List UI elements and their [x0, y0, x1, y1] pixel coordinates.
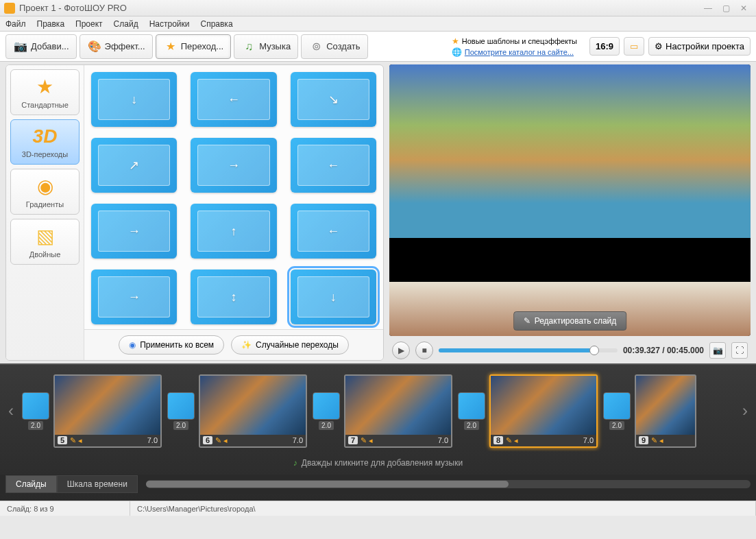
apply-all-button[interactable]: ◉ Применить ко всем	[119, 335, 224, 355]
arrow-icon: ↓	[330, 290, 337, 304]
slide-thumbnail	[200, 376, 306, 435]
slide-edit-icons[interactable]: ✎ ◂	[70, 436, 82, 445]
transition-thumb[interactable]: ←	[291, 204, 376, 259]
slide-thumbnail	[55, 376, 160, 435]
music-track[interactable]: ♪ Дважды кликните для добавления музыки	[0, 451, 756, 475]
transition-thumb[interactable]: ↑	[191, 204, 276, 259]
slide-edit-icons[interactable]: ✎ ◂	[506, 436, 518, 445]
timeline-next-button[interactable]: ›	[740, 401, 751, 420]
transition-thumb[interactable]: →	[91, 270, 177, 324]
slide-duration: 7.0	[293, 436, 303, 444]
background-button[interactable]: ▭	[624, 37, 644, 56]
timeline: ‹ 2.05✎ ◂7.02.06✎ ◂7.02.07✎ ◂7.02.08✎ ◂7…	[0, 363, 756, 501]
slide-card[interactable]: 9✎ ◂	[635, 374, 696, 448]
slide-duration: 7.0	[438, 436, 448, 444]
transition-thumb[interactable]: ↘	[291, 72, 376, 127]
app-icon	[4, 3, 15, 14]
transition-mini-thumb	[313, 392, 340, 420]
transition-mini[interactable]: 2.0	[311, 392, 341, 430]
transition-thumb[interactable]: ↗	[91, 138, 177, 193]
tab-create[interactable]: ⊚ Создать	[301, 34, 367, 59]
playback-slider[interactable]	[439, 348, 618, 352]
catalog-link[interactable]: Посмотрите каталог на сайте...	[465, 48, 574, 56]
playback-time: 00:39.327 / 00:45.000	[623, 346, 704, 355]
play-button[interactable]: ▶	[392, 342, 410, 359]
gear-icon: ⚙	[655, 41, 663, 51]
stop-button[interactable]: ■	[415, 342, 433, 359]
category-gradients[interactable]: ◉ Градиенты	[10, 169, 80, 215]
slide-card[interactable]: 7✎ ◂7.0	[344, 374, 452, 448]
slide-number: 9	[639, 436, 648, 444]
project-settings-label: Настройки проекта	[666, 41, 744, 51]
transition-thumb[interactable]: ↕	[191, 270, 276, 324]
timeline-scrollbar[interactable]	[146, 480, 751, 488]
transition-mini[interactable]: 2.0	[602, 392, 632, 430]
transition-thumb[interactable]: ↓	[91, 72, 177, 127]
transition-thumb[interactable]: →	[91, 204, 177, 259]
menu-settings[interactable]: Настройки	[149, 19, 190, 29]
slide-card[interactable]: 8✎ ◂7.0	[489, 374, 598, 448]
slide-thumbnail	[636, 376, 695, 435]
slide-edit-icons[interactable]: ✎ ◂	[215, 436, 228, 445]
scrollbar-thumb[interactable]	[146, 481, 509, 488]
snapshot-button[interactable]: 📷	[709, 342, 726, 359]
star-icon: ★	[163, 39, 178, 54]
aspect-ratio-button[interactable]: 16:9	[589, 37, 620, 56]
project-settings-button[interactable]: ⚙ Настройки проекта	[648, 37, 751, 56]
category-standard[interactable]: ★ Стандартные	[10, 69, 80, 115]
double-icon: ▧	[14, 225, 76, 248]
film-reel-icon: ⊚	[308, 39, 324, 54]
slide-card[interactable]: 5✎ ◂7.0	[53, 374, 162, 448]
tab-add[interactable]: 📷 Добави...	[5, 34, 77, 59]
timeline-prev-button[interactable]: ‹	[5, 401, 16, 420]
transitions-grid: ↓←↘↗→←→↑←→↕↓	[84, 65, 383, 329]
slider-knob[interactable]	[589, 346, 599, 355]
transition-thumb[interactable]: ←	[191, 72, 276, 127]
tab-effects[interactable]: 🎨 Эффект...	[80, 34, 153, 59]
transition-thumb[interactable]: ←	[291, 138, 376, 193]
star-icon: ★	[452, 36, 459, 46]
category-3d[interactable]: 3D 3D-переходы	[10, 119, 80, 165]
slider-fill	[439, 348, 594, 352]
maximize-button[interactable]: ▢	[718, 3, 734, 14]
transition-thumb[interactable]: →	[191, 138, 276, 193]
templates-link[interactable]: Новые шаблоны и спецэффекты	[462, 37, 577, 45]
transition-duration: 2.0	[319, 421, 334, 430]
menu-project[interactable]: Проект	[75, 19, 103, 29]
menu-slide[interactable]: Слайд	[114, 19, 138, 29]
timeline-tab-time[interactable]: Шкала времени	[57, 475, 138, 493]
preview-viewport: ✎ Редактировать слайд	[389, 64, 751, 336]
arrow-icon: →	[228, 158, 240, 173]
close-button[interactable]: ✕	[735, 3, 752, 14]
tab-add-label: Добави...	[31, 41, 69, 51]
header-links: ★Новые шаблоны и спецэффекты 🌐Посмотрите…	[452, 36, 577, 57]
tab-transitions[interactable]: ★ Переход...	[156, 34, 231, 59]
wand-icon: ✨	[241, 340, 252, 350]
transition-mini-thumb	[458, 392, 485, 420]
tab-create-label: Создать	[326, 41, 360, 51]
menubar: Файл Правка Проект Слайд Настройки Справ…	[0, 16, 756, 32]
menu-edit[interactable]: Правка	[37, 19, 65, 29]
3d-icon: 3D	[14, 125, 76, 147]
menu-file[interactable]: Файл	[5, 19, 26, 29]
slide-card[interactable]: 6✎ ◂7.0	[199, 374, 307, 448]
tab-music[interactable]: ♫ Музыка	[234, 34, 298, 59]
fullscreen-button[interactable]: ⛶	[731, 342, 748, 359]
transition-duration: 2.0	[609, 421, 624, 430]
category-double[interactable]: ▧ Двойные	[10, 219, 80, 265]
transition-mini[interactable]: 2.0	[21, 392, 51, 430]
transition-thumb[interactable]: ↓	[291, 270, 376, 324]
arrow-icon: ←	[327, 158, 339, 173]
slide-edit-icons[interactable]: ✎ ◂	[361, 436, 373, 445]
slide-info-bar: 9✎ ◂	[636, 435, 695, 446]
status-slide: Слайд: 8 из 9	[0, 501, 130, 516]
menu-help[interactable]: Справка	[200, 19, 232, 29]
palette-icon: 🎨	[87, 39, 102, 54]
timeline-tab-slides[interactable]: Слайды	[5, 475, 57, 493]
minimize-button[interactable]: —	[700, 3, 716, 14]
edit-slide-button[interactable]: ✎ Редактировать слайд	[513, 311, 627, 331]
slide-edit-icons[interactable]: ✎ ◂	[651, 436, 663, 445]
transition-mini[interactable]: 2.0	[456, 392, 487, 430]
transition-mini[interactable]: 2.0	[166, 392, 196, 430]
random-button[interactable]: ✨ Случайные переходы	[231, 335, 349, 355]
